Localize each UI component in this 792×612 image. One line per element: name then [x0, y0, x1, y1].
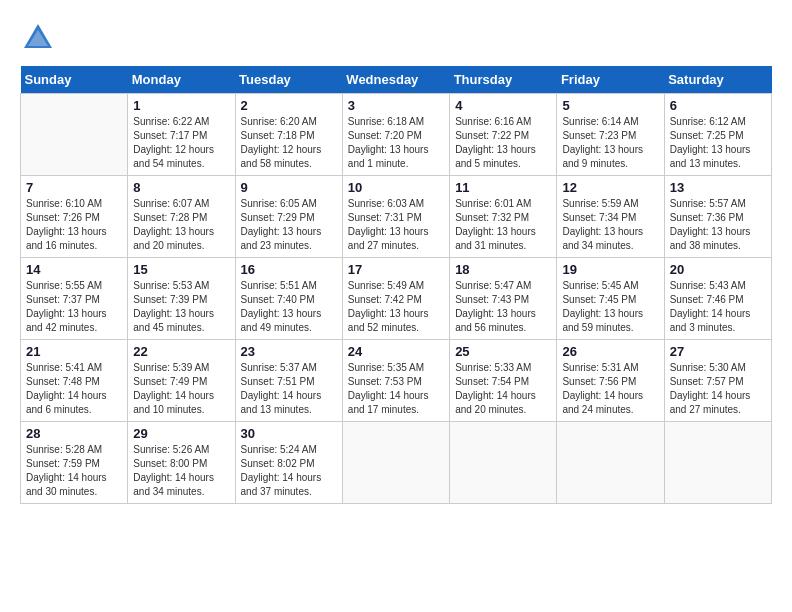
day-number: 20: [670, 262, 766, 277]
calendar-header-thursday: Thursday: [450, 66, 557, 94]
logo-icon: [20, 20, 56, 56]
day-number: 9: [241, 180, 337, 195]
calendar-cell: 25Sunrise: 5:33 AM Sunset: 7:54 PM Dayli…: [450, 340, 557, 422]
day-info: Sunrise: 5:43 AM Sunset: 7:46 PM Dayligh…: [670, 279, 766, 335]
calendar-cell: 2Sunrise: 6:20 AM Sunset: 7:18 PM Daylig…: [235, 94, 342, 176]
day-number: 10: [348, 180, 444, 195]
calendar-cell: 27Sunrise: 5:30 AM Sunset: 7:57 PM Dayli…: [664, 340, 771, 422]
logo: [20, 20, 60, 56]
day-info: Sunrise: 5:24 AM Sunset: 8:02 PM Dayligh…: [241, 443, 337, 499]
calendar-cell: 20Sunrise: 5:43 AM Sunset: 7:46 PM Dayli…: [664, 258, 771, 340]
calendar-header-monday: Monday: [128, 66, 235, 94]
day-info: Sunrise: 5:30 AM Sunset: 7:57 PM Dayligh…: [670, 361, 766, 417]
day-info: Sunrise: 6:12 AM Sunset: 7:25 PM Dayligh…: [670, 115, 766, 171]
calendar-cell: 16Sunrise: 5:51 AM Sunset: 7:40 PM Dayli…: [235, 258, 342, 340]
day-info: Sunrise: 5:33 AM Sunset: 7:54 PM Dayligh…: [455, 361, 551, 417]
calendar-week-row: 14Sunrise: 5:55 AM Sunset: 7:37 PM Dayli…: [21, 258, 772, 340]
day-info: Sunrise: 6:22 AM Sunset: 7:17 PM Dayligh…: [133, 115, 229, 171]
calendar-header-wednesday: Wednesday: [342, 66, 449, 94]
calendar-cell: 26Sunrise: 5:31 AM Sunset: 7:56 PM Dayli…: [557, 340, 664, 422]
calendar-cell: 4Sunrise: 6:16 AM Sunset: 7:22 PM Daylig…: [450, 94, 557, 176]
day-number: 7: [26, 180, 122, 195]
calendar-cell: 28Sunrise: 5:28 AM Sunset: 7:59 PM Dayli…: [21, 422, 128, 504]
calendar-cell: 30Sunrise: 5:24 AM Sunset: 8:02 PM Dayli…: [235, 422, 342, 504]
day-number: 17: [348, 262, 444, 277]
day-info: Sunrise: 5:41 AM Sunset: 7:48 PM Dayligh…: [26, 361, 122, 417]
day-number: 8: [133, 180, 229, 195]
day-info: Sunrise: 6:14 AM Sunset: 7:23 PM Dayligh…: [562, 115, 658, 171]
calendar-cell: 11Sunrise: 6:01 AM Sunset: 7:32 PM Dayli…: [450, 176, 557, 258]
day-info: Sunrise: 5:55 AM Sunset: 7:37 PM Dayligh…: [26, 279, 122, 335]
calendar-week-row: 1Sunrise: 6:22 AM Sunset: 7:17 PM Daylig…: [21, 94, 772, 176]
calendar-cell: 29Sunrise: 5:26 AM Sunset: 8:00 PM Dayli…: [128, 422, 235, 504]
calendar-cell: 14Sunrise: 5:55 AM Sunset: 7:37 PM Dayli…: [21, 258, 128, 340]
calendar-cell: 9Sunrise: 6:05 AM Sunset: 7:29 PM Daylig…: [235, 176, 342, 258]
page-header: [20, 20, 772, 56]
day-info: Sunrise: 6:05 AM Sunset: 7:29 PM Dayligh…: [241, 197, 337, 253]
day-info: Sunrise: 5:28 AM Sunset: 7:59 PM Dayligh…: [26, 443, 122, 499]
calendar-header-saturday: Saturday: [664, 66, 771, 94]
day-number: 4: [455, 98, 551, 113]
day-number: 12: [562, 180, 658, 195]
day-info: Sunrise: 6:10 AM Sunset: 7:26 PM Dayligh…: [26, 197, 122, 253]
day-number: 6: [670, 98, 766, 113]
calendar-cell: 23Sunrise: 5:37 AM Sunset: 7:51 PM Dayli…: [235, 340, 342, 422]
calendar-week-row: 28Sunrise: 5:28 AM Sunset: 7:59 PM Dayli…: [21, 422, 772, 504]
day-number: 28: [26, 426, 122, 441]
calendar-header: SundayMondayTuesdayWednesdayThursdayFrid…: [21, 66, 772, 94]
calendar-cell: 8Sunrise: 6:07 AM Sunset: 7:28 PM Daylig…: [128, 176, 235, 258]
calendar-cell: 1Sunrise: 6:22 AM Sunset: 7:17 PM Daylig…: [128, 94, 235, 176]
calendar-cell: 24Sunrise: 5:35 AM Sunset: 7:53 PM Dayli…: [342, 340, 449, 422]
day-info: Sunrise: 6:01 AM Sunset: 7:32 PM Dayligh…: [455, 197, 551, 253]
calendar-cell: [342, 422, 449, 504]
day-number: 29: [133, 426, 229, 441]
calendar-cell: [557, 422, 664, 504]
calendar-header-friday: Friday: [557, 66, 664, 94]
day-info: Sunrise: 5:35 AM Sunset: 7:53 PM Dayligh…: [348, 361, 444, 417]
day-info: Sunrise: 5:26 AM Sunset: 8:00 PM Dayligh…: [133, 443, 229, 499]
day-info: Sunrise: 6:18 AM Sunset: 7:20 PM Dayligh…: [348, 115, 444, 171]
calendar-cell: [21, 94, 128, 176]
calendar-cell: 15Sunrise: 5:53 AM Sunset: 7:39 PM Dayli…: [128, 258, 235, 340]
calendar-header-sunday: Sunday: [21, 66, 128, 94]
calendar-cell: 12Sunrise: 5:59 AM Sunset: 7:34 PM Dayli…: [557, 176, 664, 258]
day-number: 27: [670, 344, 766, 359]
day-number: 2: [241, 98, 337, 113]
day-number: 16: [241, 262, 337, 277]
day-number: 13: [670, 180, 766, 195]
day-number: 14: [26, 262, 122, 277]
day-number: 25: [455, 344, 551, 359]
day-number: 18: [455, 262, 551, 277]
day-info: Sunrise: 5:47 AM Sunset: 7:43 PM Dayligh…: [455, 279, 551, 335]
calendar-body: 1Sunrise: 6:22 AM Sunset: 7:17 PM Daylig…: [21, 94, 772, 504]
day-info: Sunrise: 5:39 AM Sunset: 7:49 PM Dayligh…: [133, 361, 229, 417]
day-number: 23: [241, 344, 337, 359]
calendar-cell: 17Sunrise: 5:49 AM Sunset: 7:42 PM Dayli…: [342, 258, 449, 340]
day-number: 5: [562, 98, 658, 113]
day-number: 30: [241, 426, 337, 441]
day-info: Sunrise: 5:37 AM Sunset: 7:51 PM Dayligh…: [241, 361, 337, 417]
day-info: Sunrise: 6:16 AM Sunset: 7:22 PM Dayligh…: [455, 115, 551, 171]
calendar-week-row: 21Sunrise: 5:41 AM Sunset: 7:48 PM Dayli…: [21, 340, 772, 422]
day-info: Sunrise: 5:45 AM Sunset: 7:45 PM Dayligh…: [562, 279, 658, 335]
day-info: Sunrise: 5:57 AM Sunset: 7:36 PM Dayligh…: [670, 197, 766, 253]
calendar-cell: [664, 422, 771, 504]
calendar-header-row: SundayMondayTuesdayWednesdayThursdayFrid…: [21, 66, 772, 94]
day-number: 22: [133, 344, 229, 359]
calendar-cell: 21Sunrise: 5:41 AM Sunset: 7:48 PM Dayli…: [21, 340, 128, 422]
day-number: 19: [562, 262, 658, 277]
calendar-cell: 6Sunrise: 6:12 AM Sunset: 7:25 PM Daylig…: [664, 94, 771, 176]
day-info: Sunrise: 5:59 AM Sunset: 7:34 PM Dayligh…: [562, 197, 658, 253]
calendar-cell: 7Sunrise: 6:10 AM Sunset: 7:26 PM Daylig…: [21, 176, 128, 258]
calendar-header-tuesday: Tuesday: [235, 66, 342, 94]
calendar-cell: 3Sunrise: 6:18 AM Sunset: 7:20 PM Daylig…: [342, 94, 449, 176]
calendar-cell: 19Sunrise: 5:45 AM Sunset: 7:45 PM Dayli…: [557, 258, 664, 340]
calendar-cell: 13Sunrise: 5:57 AM Sunset: 7:36 PM Dayli…: [664, 176, 771, 258]
day-info: Sunrise: 6:03 AM Sunset: 7:31 PM Dayligh…: [348, 197, 444, 253]
day-number: 26: [562, 344, 658, 359]
calendar-table: SundayMondayTuesdayWednesdayThursdayFrid…: [20, 66, 772, 504]
day-info: Sunrise: 5:49 AM Sunset: 7:42 PM Dayligh…: [348, 279, 444, 335]
day-info: Sunrise: 5:31 AM Sunset: 7:56 PM Dayligh…: [562, 361, 658, 417]
day-number: 3: [348, 98, 444, 113]
day-number: 15: [133, 262, 229, 277]
